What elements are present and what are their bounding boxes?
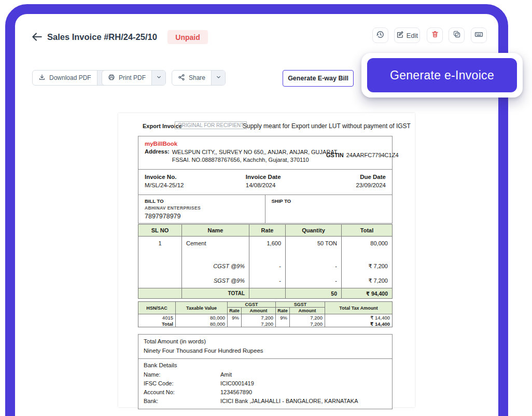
grand-total: ₹ 94,400 bbox=[342, 288, 392, 298]
bank-row: Name:Amit bbox=[144, 370, 387, 379]
invoice-app: Sales Invoice #RH/24-25/10 Unpaid Edit bbox=[0, 0, 532, 416]
edit-icon bbox=[396, 31, 404, 40]
cgst-header: CGST bbox=[228, 302, 276, 308]
address-label: Address: bbox=[145, 148, 170, 164]
total-tax-header: Total Tax Amount bbox=[325, 302, 392, 314]
bank-row: IFSC Code:ICIC0001419 bbox=[144, 379, 387, 388]
supply-note: Supply meant for Export under LUT withou… bbox=[243, 122, 411, 130]
arrow-left-icon bbox=[31, 31, 43, 45]
einvoice-callout: Generate e-Invoice bbox=[361, 53, 523, 98]
sgst-amount: ₹ 7,200 bbox=[342, 278, 388, 284]
items-table-total-row: TOTAL 50 ₹ 94,400 bbox=[138, 288, 392, 298]
bill-to-label: BILL TO bbox=[145, 198, 259, 204]
screenshot-canvas: Sales Invoice #RH/24-25/10 Unpaid Edit bbox=[0, 0, 532, 416]
bill-to-name: ABHINAV ENTERPRISES bbox=[145, 205, 259, 211]
page-title: Sales Invoice #RH/24-25/10 bbox=[47, 32, 157, 42]
company-name: myBillBook bbox=[145, 141, 386, 147]
print-dropdown[interactable] bbox=[151, 71, 165, 85]
keyboard-icon bbox=[474, 30, 483, 41]
item-quantity: 50 TON bbox=[286, 240, 337, 246]
bill-to-phone: 7897978979 bbox=[145, 213, 259, 220]
print-pdf-button[interactable]: Print PDF bbox=[102, 70, 166, 86]
due-date-label: Due Date bbox=[320, 174, 386, 180]
tax-table-header: HSN/SAC Taxable Value CGST SGST Total Ta… bbox=[138, 302, 392, 314]
item-rate: 1,600 bbox=[249, 240, 281, 246]
invoice-document: Export Invoice ORIGINAL FOR RECIPIENT Su… bbox=[118, 113, 415, 407]
status-badge: Unpaid bbox=[167, 30, 208, 44]
edit-button-label: Edit bbox=[407, 32, 418, 39]
col-header-name: Name bbox=[182, 225, 249, 236]
col-header-slno: SL NO bbox=[138, 225, 182, 236]
sgst-label: SGST @9% bbox=[182, 278, 245, 284]
download-pdf-label: Download PDF bbox=[49, 74, 91, 81]
back-button[interactable] bbox=[30, 31, 44, 45]
bank-row: Account No:1234567890 bbox=[144, 388, 387, 397]
items-table: SL NO Name Rate Quantity Total 1 Cement … bbox=[138, 224, 393, 299]
history-button[interactable] bbox=[372, 27, 388, 43]
invoice-body: myBillBook Address: WELSPUN CITY,, SURVE… bbox=[138, 136, 393, 409]
ship-to-cell: SHIP TO bbox=[265, 195, 393, 223]
invoice-date-value: 14/08/2024 bbox=[246, 182, 321, 188]
col-header-rate: Rate bbox=[249, 225, 286, 236]
download-pdf-button[interactable]: Download PDF bbox=[32, 70, 111, 86]
amount-words-value: Ninety Four Thousand Four Hundred Rupees bbox=[144, 346, 387, 356]
edit-button[interactable]: Edit bbox=[394, 27, 420, 43]
bank-details-section: Bank Details Name:Amit IFSC Code:ICIC000… bbox=[138, 358, 393, 409]
col-header-quantity: Quantity bbox=[286, 225, 342, 236]
item-name: Cement bbox=[186, 240, 206, 246]
cgst-label: CGST @9% bbox=[182, 263, 245, 269]
amount-in-words-section: Total Amount (in words) Ninety Four Thou… bbox=[138, 334, 393, 359]
cgst-amount: ₹ 7,200 bbox=[342, 263, 388, 270]
bill-to-cell: BILL TO ABHINAV ENTERPRISES 7897978979 bbox=[138, 195, 265, 223]
tax-total-row: Total 80,000 7,200 7,200 ₹ 14,400 bbox=[138, 321, 392, 327]
share-icon bbox=[178, 74, 185, 82]
trash-icon bbox=[431, 30, 439, 40]
gstin-value: 24AARFC7794C1Z4 bbox=[346, 152, 399, 158]
invoice-meta-section: Invoice No. M/SL/24-25/12 Invoice Date 1… bbox=[138, 169, 393, 195]
gstin-label: GSTIN bbox=[326, 152, 344, 158]
chevron-down-icon bbox=[215, 73, 222, 82]
generate-einvoice-button[interactable]: Generate e-Invoice bbox=[367, 58, 517, 92]
address-text: WELSPUN CITY,, SURVEY NO 650,, ANJAR, AN… bbox=[172, 148, 341, 164]
sgst-header: SGST bbox=[276, 302, 325, 308]
generate-eway-bill-button[interactable]: Generate E-way Bill bbox=[283, 70, 354, 87]
invoice-date-label: Invoice Date bbox=[246, 174, 321, 180]
company-section: myBillBook Address: WELSPUN CITY,, SURVE… bbox=[138, 136, 393, 170]
tax-row: 4015 80,000 9% 7,200 9% 7,200 ₹ 14,400 bbox=[138, 314, 392, 321]
share-dropdown[interactable] bbox=[211, 71, 225, 85]
due-date-value: 23/09/2024 bbox=[320, 182, 386, 188]
bank-row: Bank:ICICI Bank ,JALAHALLI - BANGALORE, … bbox=[144, 397, 387, 406]
share-button[interactable]: Share bbox=[172, 70, 226, 86]
print-pdf-label: Print PDF bbox=[119, 74, 146, 81]
total-label: TOTAL bbox=[182, 288, 249, 298]
copy-tag: ORIGINAL FOR RECIPIENT bbox=[175, 121, 247, 129]
printer-icon bbox=[108, 74, 115, 82]
shortcuts-button[interactable] bbox=[471, 27, 487, 43]
item-slno: 1 bbox=[138, 240, 181, 246]
copy-icon bbox=[453, 30, 461, 40]
bank-details-title: Bank Details bbox=[144, 361, 387, 369]
tax-summary-table: HSN/SAC Taxable Value CGST SGST Total Ta… bbox=[138, 301, 393, 327]
item-total: 80,000 bbox=[342, 240, 388, 246]
ship-to-label: SHIP TO bbox=[272, 198, 386, 204]
chevron-down-icon bbox=[156, 73, 162, 82]
duplicate-button[interactable] bbox=[449, 27, 465, 43]
invoice-no-value: M/SL/24-25/12 bbox=[145, 182, 246, 188]
col-header-total: Total bbox=[342, 225, 392, 236]
download-icon bbox=[38, 74, 46, 82]
items-table-body: 1 Cement CGST @9% SGST @9% 1,600 - - bbox=[138, 237, 392, 288]
invoice-no-label: Invoice No. bbox=[145, 174, 246, 180]
taxable-value-header: Taxable Value bbox=[176, 302, 228, 314]
hsn-header: HSN/SAC bbox=[138, 302, 176, 314]
history-icon bbox=[376, 30, 385, 41]
delete-button[interactable] bbox=[427, 27, 443, 43]
gstin: GSTIN 24AARFC7794C1Z4 bbox=[326, 152, 399, 158]
total-quantity: 50 bbox=[286, 288, 342, 298]
parties-section: BILL TO ABHINAV ENTERPRISES 7897978979 S… bbox=[138, 195, 393, 224]
share-label: Share bbox=[189, 74, 205, 81]
amount-words-label: Total Amount (in words) bbox=[144, 337, 387, 346]
items-table-header: SL NO Name Rate Quantity Total bbox=[138, 225, 392, 237]
